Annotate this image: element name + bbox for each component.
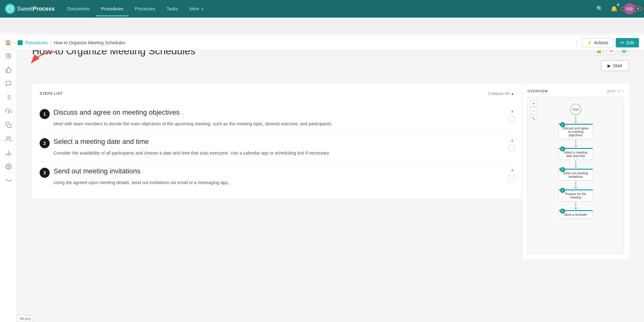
- overview-print-button[interactable]: print: [607, 89, 615, 93]
- sidebar-btn-comment[interactable]: [2, 78, 15, 90]
- svg-rect-14: [8, 124, 11, 128]
- sidebar-btn-upload[interactable]: [2, 106, 15, 118]
- zoom-out-button[interactable]: −: [530, 107, 537, 114]
- overview-actions: print ⤢ ›: [607, 89, 624, 93]
- list-icon: [5, 94, 12, 102]
- sidebar-btn-list[interactable]: [2, 92, 15, 104]
- sidebar-btn-like[interactable]: [2, 64, 15, 77]
- content-area: How to Organize Meeting Schedules 🔔 ⇅ 🌐 …: [17, 33, 644, 322]
- flowchart-arrow: [575, 161, 576, 166]
- fit-button[interactable]: ⤡: [530, 115, 537, 122]
- steps-label: STEPS LIST: [40, 91, 63, 96]
- notifications[interactable]: 🔔: [609, 4, 619, 14]
- gear-icon: [5, 163, 12, 171]
- overview-expand-button[interactable]: ⤢: [617, 89, 621, 93]
- flowchart-arrow: [575, 181, 576, 186]
- edit-button[interactable]: ✏ Edit: [616, 38, 639, 47]
- procedures-icon: [18, 40, 23, 45]
- breadcrumb-current-page: How to Organize Meeting Schedules: [54, 40, 125, 45]
- nav-procedures[interactable]: Procedures: [96, 4, 129, 14]
- zoom-in-button[interactable]: +: [530, 100, 537, 107]
- step-controls: ▲: [508, 138, 514, 151]
- user-avatar-wrapper[interactable]: CO ▾: [624, 3, 639, 14]
- step-item: 3 Send out meeting invitations Using the…: [40, 162, 514, 191]
- nav-documents[interactable]: Documents: [62, 4, 95, 14]
- main-wrapper: How to Organize Meeting Schedules 🔔 ⇅ 🌐 …: [17, 33, 644, 322]
- step-checkbox[interactable]: [508, 116, 514, 122]
- flowchart: + − ⤡ Start 1 Discus: [527, 97, 624, 254]
- notification-badge-dot: [617, 3, 619, 6]
- step-header: 1 Discuss and agree on meeting objective…: [40, 108, 514, 127]
- user-avatar[interactable]: CO: [624, 3, 635, 14]
- step-number: 3: [40, 168, 50, 178]
- breadcrumb: 🏠 › Procedures › How to Organize Meeting…: [5, 40, 574, 46]
- step-header: 3 Send out meeting invitations Using the…: [40, 167, 514, 186]
- flowchart-arrowhead: [574, 121, 577, 123]
- step-controls: ▲: [508, 167, 514, 181]
- flowchart-step-box: 3 Send out meeting invitations: [558, 169, 593, 181]
- step-collapse-icon[interactable]: ▲: [510, 108, 514, 113]
- svg-point-1: [9, 8, 10, 9]
- step-content: Select a meeting date and time Consider …: [53, 138, 504, 156]
- step-checkbox[interactable]: [508, 145, 514, 151]
- svg-point-20: [8, 166, 9, 167]
- step-content: Discuss and agree on meeting objectives …: [53, 108, 504, 127]
- left-sidebar: [0, 33, 17, 322]
- sidebar-btn-chart[interactable]: [2, 147, 15, 160]
- user-menu-chevron[interactable]: ▾: [637, 7, 639, 11]
- sidebar-btn-team[interactable]: [2, 133, 15, 146]
- logo[interactable]: SweetProcess: [5, 4, 55, 14]
- history-icon: [5, 53, 12, 61]
- sidebar-btn-copy[interactable]: [2, 119, 15, 132]
- upload-icon: [5, 108, 12, 116]
- overview-title: OVERVIEW: [527, 89, 548, 93]
- edit-icon: ✏: [621, 40, 625, 45]
- flowchart-content: Start 1 Discuss and agree on meeting obj…: [531, 101, 620, 219]
- comment-icon: [5, 80, 12, 88]
- step-collapse-icon[interactable]: ▲: [510, 167, 514, 172]
- flowchart-controls: + − ⤡: [530, 100, 537, 122]
- steps-column: STEPS LIST Collapse All ▲ 1 Discuss and …: [32, 84, 522, 259]
- search-button[interactable]: 🔍: [595, 4, 604, 14]
- flowchart-arrow: [575, 116, 576, 121]
- step-content: Send out meeting invitations Using the a…: [53, 167, 504, 186]
- overview-next-button[interactable]: ›: [623, 89, 624, 93]
- chevron-up-icon: ▲: [510, 91, 514, 96]
- wave-icon: [5, 178, 12, 184]
- step-controls: ▲: [508, 108, 514, 122]
- home-link[interactable]: 🏠: [5, 40, 11, 46]
- thumbs-up-icon: [5, 67, 12, 74]
- step-description: Using the agreed-upon meeting details, s…: [53, 179, 504, 186]
- step-description: Consider the availability of all partici…: [53, 150, 504, 156]
- svg-point-15: [7, 136, 9, 139]
- sidebar-btn-settings[interactable]: [2, 161, 15, 173]
- step-title: Discuss and agree on meeting objectives: [53, 108, 504, 117]
- nav-processes[interactable]: Processes: [130, 4, 160, 14]
- nav-more[interactable]: More ▾: [184, 4, 209, 14]
- step-number: 1: [40, 109, 50, 119]
- sidebar-btn-wave[interactable]: [2, 175, 15, 187]
- steps-header: STEPS LIST Collapse All ▲: [40, 91, 514, 96]
- collapse-all-button[interactable]: Collapse All ▲: [488, 91, 514, 96]
- sidebar-btn-history[interactable]: [2, 50, 15, 63]
- flowchart-step-box: 2 Select a meeting date and time: [558, 148, 593, 160]
- step-checkbox[interactable]: [508, 175, 514, 181]
- top-navigation: SweetProcess Documents Procedures Proces…: [0, 0, 644, 18]
- breadcrumb-procedures-link[interactable]: Procedures: [25, 40, 48, 45]
- steps-section: STEPS LIST Collapse All ▲ 1 Discuss and …: [32, 84, 522, 199]
- flowchart-step-box: 5 Send a reminder: [558, 210, 593, 219]
- breadcrumb-actions: ⋮ ⚡ Actions ✏ Edit: [574, 38, 639, 47]
- nav-items: Documents Procedures Processes Tasks Mor…: [62, 4, 595, 14]
- actions-button[interactable]: ⚡ Actions: [582, 38, 613, 47]
- more-dropdown-arrow: ▾: [202, 7, 203, 11]
- more-options-button[interactable]: ⋮: [574, 39, 580, 46]
- step-collapse-icon[interactable]: ▲: [510, 138, 514, 143]
- flash-icon: ⚡: [587, 40, 592, 45]
- step-description: Meet with team members to decide the mai…: [53, 120, 504, 127]
- step-header: 2 Select a meeting date and time Conside…: [40, 138, 514, 156]
- flowchart-arrowhead: [574, 208, 577, 210]
- flowchart-arrow: [575, 202, 576, 207]
- nav-tasks[interactable]: Tasks: [162, 4, 183, 14]
- start-button[interactable]: ▶ Start: [601, 60, 629, 71]
- flowchart-arrowhead: [574, 145, 577, 147]
